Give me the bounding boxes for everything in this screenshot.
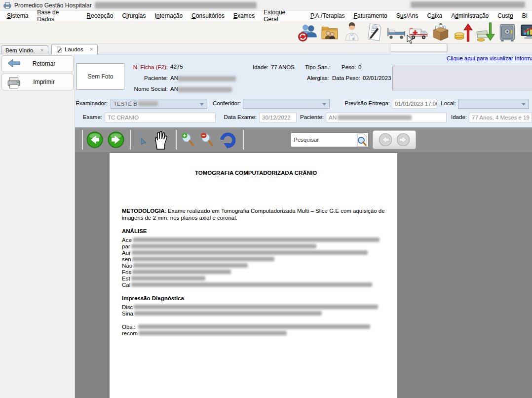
nav-prev-icon[interactable] — [86, 131, 104, 149]
idade-exame-input[interactable]: 77 Anos, 4 Meses e 19 D — [469, 113, 532, 122]
medical-report-icon[interactable] — [364, 22, 384, 42]
data-exame-input[interactable]: 30/12/2022 — [259, 113, 297, 122]
menu-interna-o[interactable]: Internação — [150, 11, 187, 20]
next-result-button[interactable] — [396, 132, 411, 147]
idade-exame-label: Idade: — [449, 114, 467, 120]
conferidor-select[interactable] — [243, 99, 330, 109]
menu-sus-ans[interactable]: Sus/Ans — [392, 11, 423, 20]
close-icon[interactable]: ✕ — [40, 48, 44, 53]
left-action-panel: Retornar Imprimir — [0, 54, 75, 398]
redacted-text — [138, 324, 370, 329]
ficha-value: 4275 — [170, 64, 183, 70]
line-prefix: recom — [122, 330, 138, 336]
toolbar-separator — [130, 130, 131, 150]
doctor-icon[interactable] — [342, 22, 362, 42]
prev-result-button[interactable] — [378, 132, 393, 147]
menu-p-a-terapias[interactable]: P.A./Terapias — [306, 11, 349, 20]
zoom-in-icon[interactable] — [180, 131, 195, 148]
redacted-line: Aur — [122, 249, 390, 256]
redacted-line: Sina — [122, 310, 390, 317]
line-prefix: Ace — [122, 237, 132, 243]
menu-cirurgias[interactable]: Cirurgias — [117, 11, 150, 20]
exame-input[interactable]: TC CRANIO — [105, 113, 216, 122]
menu-administra-o[interactable]: Administração — [447, 11, 493, 20]
idade-label: Idade: — [253, 64, 268, 70]
peso-label: Peso: — [342, 64, 356, 70]
search-input[interactable] — [291, 137, 355, 143]
nav-next-icon[interactable] — [107, 131, 125, 149]
viewer-toolbar — [75, 127, 532, 152]
menu-exames[interactable]: Exames — [229, 11, 259, 20]
redacted-line: Cal — [122, 281, 390, 288]
zoom-out-icon[interactable] — [199, 131, 215, 148]
redacted-examinador-name — [138, 101, 158, 106]
line-prefix: sen — [122, 256, 131, 262]
redacted-text — [131, 276, 205, 280]
view-info-link[interactable]: Clique aqui para visualizar Informaç — [447, 55, 532, 61]
previsao-value: 01/01/2023 17:00 — [395, 101, 437, 107]
line-prefix: Est — [122, 276, 130, 281]
data-exame-value: 30/12/2022 — [262, 115, 291, 120]
redacted-line: Não — [122, 262, 390, 269]
viewer-toolbar-icons — [80, 129, 247, 150]
hospital-bed-icon[interactable] — [386, 22, 407, 42]
menu-recep-o[interactable]: Recepção — [82, 11, 117, 20]
line-prefix: Fos — [122, 269, 131, 275]
menu-faturamento[interactable]: Faturamento — [349, 11, 392, 20]
redacted-text — [132, 270, 231, 274]
redacted-titlebar-text — [95, 2, 257, 8]
viewer-search-box — [291, 132, 369, 147]
nome-social-value-prefix: AN — [170, 86, 178, 92]
redacted-line: Ace — [122, 237, 390, 243]
paciente-exame-input[interactable]: AN — [326, 113, 447, 122]
obs-lines: Obs.: recom — [122, 323, 390, 336]
local-select[interactable] — [458, 99, 529, 109]
bi-chart-icon[interactable] — [519, 22, 532, 42]
idade-exame-value: 77 Anos, 4 Meses e 19 D — [472, 115, 532, 120]
tab-bem-vindo[interactable]: Bem Vindo. ✕ — [1, 45, 48, 54]
examinador-select[interactable]: TESTE B — [111, 99, 207, 109]
print-button[interactable]: Imprimir — [1, 74, 74, 90]
print-button-label: Imprimir — [23, 79, 73, 85]
money-up-icon[interactable] — [453, 22, 473, 42]
safe-icon[interactable] — [497, 22, 518, 42]
report-icon — [56, 46, 62, 53]
sync-users-icon[interactable] — [297, 22, 318, 42]
tab-label: Bem Vindo. — [5, 47, 35, 53]
text-select-icon[interactable] — [134, 132, 148, 148]
redacted-patient-name — [178, 87, 232, 92]
data-peso-value: 02/01/2023 — [363, 75, 391, 81]
menu-sistema[interactable]: Sistema — [2, 11, 33, 20]
redacted-titlebar-text — [411, 1, 525, 8]
line-prefix: par — [122, 243, 130, 249]
line-prefix: Cal — [122, 282, 130, 288]
alergias-field[interactable] — [392, 66, 532, 90]
report-viewer: TOMOGRAFIA COMPUTADORIZADA CRÂNIO METODO… — [75, 152, 532, 398]
redacted-text — [131, 282, 372, 287]
menu-custo[interactable]: Custo — [493, 11, 517, 20]
menu-consult-rios[interactable]: Consultórios — [187, 11, 229, 20]
tab-laudos[interactable]: Laudos ✕ — [51, 44, 98, 54]
redacted-line: Est — [122, 275, 390, 281]
hand-pan-icon[interactable] — [151, 129, 171, 150]
return-button[interactable]: Retornar — [1, 55, 74, 72]
metodologia-label: METODOLOGIA — [122, 208, 165, 214]
impressao-heading: Impressão Diagnóstica — [122, 295, 390, 301]
close-icon[interactable]: ✕ — [89, 47, 93, 52]
money-down-icon[interactable] — [475, 22, 495, 42]
redacted-patient-name — [338, 115, 412, 120]
metodologia-paragraph: METODOLOGIA: Exame realizado em Tomograf… — [122, 207, 391, 221]
patient-folder-icon[interactable] — [319, 22, 340, 42]
line-prefix: Aur — [122, 250, 131, 256]
data-exame-label: Data Exame: — [221, 114, 257, 120]
data-peso-label: Data Peso: — [332, 75, 360, 81]
redacted-line: sen — [122, 256, 390, 262]
search-document-icon[interactable] — [355, 133, 368, 147]
previsao-input[interactable]: 01/01/2023 17:00 — [392, 99, 437, 109]
line-prefix: Obs.: — [122, 324, 137, 330]
redacted-line: recom — [122, 330, 390, 336]
pharmacy-stock-icon[interactable] — [430, 22, 451, 42]
menu-bi[interactable]: BI — [518, 11, 532, 20]
refresh-icon[interactable] — [218, 130, 238, 150]
menu-caixa[interactable]: Caixa — [423, 11, 447, 20]
